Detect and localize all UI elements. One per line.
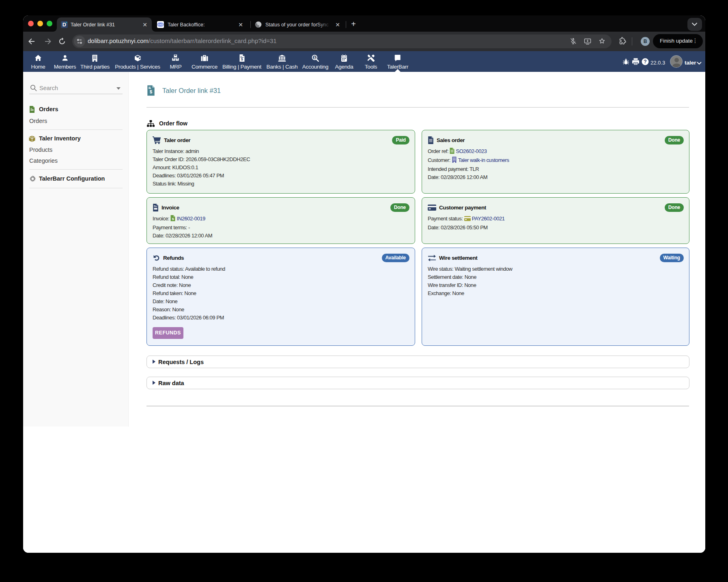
svg-text:$: $ — [150, 89, 153, 94]
svg-text:$: $ — [241, 57, 243, 61]
svg-text:?: ? — [644, 59, 646, 65]
svg-text:$: $ — [314, 56, 316, 60]
